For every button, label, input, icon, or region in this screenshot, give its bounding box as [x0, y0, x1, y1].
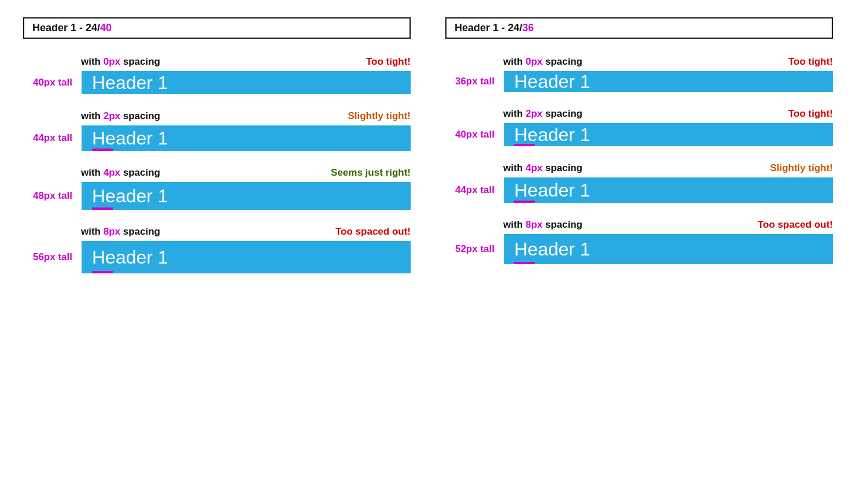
underline-bar — [514, 262, 535, 264]
header-text: Header 1 — [92, 186, 168, 207]
spacing-label: with 2px spacing — [81, 110, 160, 122]
title-badge: Header 1 - 24/36 — [445, 17, 833, 39]
header-box: Header 1 — [504, 234, 833, 264]
right-column: Header 1 - 24/36with 0px spacingToo tigh… — [445, 17, 833, 290]
header-text: Header 1 — [514, 180, 591, 201]
height-label: 44px tall — [23, 132, 72, 144]
status-label: Too tight! — [788, 108, 833, 120]
header-row: 40px tallHeader 1 — [23, 71, 411, 94]
spacing-label: with 8px spacing — [81, 226, 160, 238]
header-box: Header 1 — [504, 71, 833, 92]
underline-bar — [92, 271, 113, 273]
header-row: 40px tallHeader 1 — [445, 123, 833, 146]
left-column: Header 1 - 24/40with 0px spacingToo tigh… — [23, 17, 411, 290]
underline-bar — [514, 201, 535, 203]
height-label: 56px tall — [23, 251, 72, 263]
header-text: Header 1 — [92, 72, 168, 94]
page-container: Header 1 - 24/40with 0px spacingToo tigh… — [23, 17, 833, 290]
section-header: with 8px spacingToo spaced out! — [81, 226, 411, 238]
title-prefix: Header 1 - 24/ — [32, 22, 100, 34]
spacing-section: with 2px spacingToo tight!40px tallHeade… — [445, 108, 833, 146]
spacing-section: with 8px spacingToo spaced out!56px tall… — [23, 226, 411, 273]
section-header: with 2px spacingToo tight! — [503, 108, 833, 120]
header-text: Header 1 — [92, 247, 168, 268]
header-box: Header 1 — [82, 71, 411, 94]
section-header: with 8px spacingToo spaced out! — [503, 219, 833, 231]
title-highlight: 40 — [100, 22, 112, 34]
underline-bar — [514, 144, 535, 146]
header-box: Header 1 — [504, 177, 833, 203]
height-label: 36px tall — [445, 76, 495, 87]
status-label: Slightly tight! — [770, 162, 833, 174]
height-label: 44px tall — [445, 184, 495, 196]
status-label: Too tight! — [366, 56, 411, 68]
section-header: with 2px spacingSlightly tight! — [81, 110, 411, 122]
section-header: with 0px spacingToo tight! — [81, 56, 411, 68]
header-row: 44px tallHeader 1 — [23, 125, 411, 151]
spacing-section: with 0px spacingToo tight!36px tallHeade… — [445, 56, 833, 92]
status-label: Seems just right! — [331, 167, 411, 179]
title-prefix: Header 1 - 24/ — [455, 22, 522, 34]
header-row: 52px tallHeader 1 — [445, 234, 833, 264]
section-header: with 4px spacingSlightly tight! — [503, 162, 833, 174]
height-label: 48px tall — [23, 190, 72, 202]
header-row: 56px tallHeader 1 — [23, 241, 411, 273]
header-text: Header 1 — [514, 71, 591, 92]
spacing-section: with 4px spacingSeems just right!48px ta… — [23, 167, 411, 210]
height-label: 52px tall — [445, 243, 495, 255]
spacing-label: with 0px spacing — [81, 56, 160, 68]
spacing-label: with 4px spacing — [503, 162, 582, 174]
section-header: with 4px spacingSeems just right! — [81, 167, 411, 179]
header-text: Header 1 — [514, 124, 591, 146]
spacing-label: with 0px spacing — [503, 56, 582, 68]
header-row: 44px tallHeader 1 — [445, 177, 833, 203]
header-row: 48px tallHeader 1 — [23, 182, 411, 210]
underline-bar — [92, 149, 113, 151]
spacing-label: with 8px spacing — [503, 219, 582, 231]
status-label: Too spaced out! — [758, 219, 833, 231]
height-label: 40px tall — [23, 77, 72, 88]
section-header: with 0px spacingToo tight! — [503, 56, 833, 68]
status-label: Slightly tight! — [348, 110, 411, 122]
spacing-section: with 4px spacingSlightly tight!44px tall… — [445, 162, 833, 203]
header-box: Header 1 — [504, 123, 833, 146]
status-label: Too tight! — [788, 56, 833, 68]
spacing-label: with 4px spacing — [81, 167, 160, 179]
status-label: Too spaced out! — [335, 226, 411, 238]
spacing-label: with 2px spacing — [503, 108, 582, 120]
height-label: 40px tall — [445, 129, 495, 140]
header-box: Header 1 — [82, 125, 411, 151]
spacing-section: with 2px spacingSlightly tight!44px tall… — [23, 110, 411, 151]
spacing-section: with 8px spacingToo spaced out!52px tall… — [445, 219, 833, 264]
header-box: Header 1 — [82, 241, 411, 273]
title-badge: Header 1 - 24/40 — [23, 17, 411, 39]
header-text: Header 1 — [92, 128, 168, 149]
header-text: Header 1 — [514, 239, 591, 260]
title-highlight: 36 — [522, 22, 534, 34]
header-row: 36px tallHeader 1 — [445, 71, 833, 92]
spacing-section: with 0px spacingToo tight!40px tallHeade… — [23, 56, 411, 94]
header-box: Header 1 — [82, 182, 411, 210]
underline-bar — [92, 207, 113, 210]
